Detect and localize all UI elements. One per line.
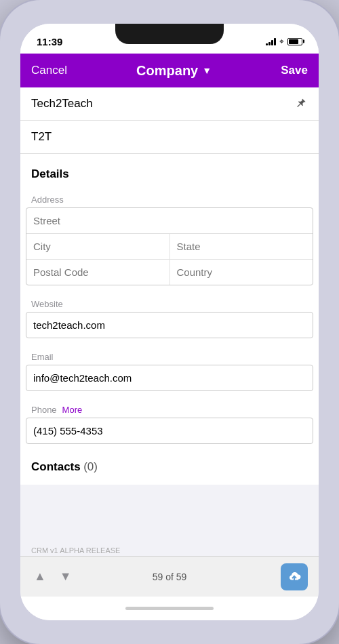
- email-label: Email: [20, 344, 319, 365]
- city-input[interactable]: [26, 234, 170, 259]
- screen: 11:39 ⌖ Cancel Company ▼ Save: [20, 24, 319, 620]
- nav-title-wrap: Company ▼: [136, 63, 212, 79]
- phone-shell: 11:39 ⌖ Cancel Company ▼ Save: [0, 0, 339, 644]
- address-label: Address: [20, 186, 319, 207]
- version-text: CRM v1 ALPHA RELEASE: [31, 546, 120, 555]
- battery-icon: [287, 38, 302, 45]
- sync-button[interactable]: [281, 563, 308, 590]
- next-button[interactable]: ▼: [57, 567, 75, 586]
- wifi-icon: ⌖: [279, 37, 284, 46]
- phone-inner: [26, 418, 313, 444]
- home-indicator: [20, 597, 319, 620]
- status-icons: ⌖: [266, 37, 302, 46]
- website-input[interactable]: [26, 313, 313, 338]
- battery-fill: [289, 39, 298, 44]
- company-name-input[interactable]: [31, 87, 294, 120]
- chevron-down-icon[interactable]: ▼: [202, 65, 212, 76]
- nav-arrows: ▲ ▼: [31, 567, 75, 586]
- notch: [115, 24, 224, 44]
- navigation-bar: Cancel Company ▼ Save: [20, 54, 319, 87]
- street-input[interactable]: [26, 208, 313, 233]
- more-link[interactable]: More: [62, 405, 83, 415]
- email-input[interactable]: [26, 365, 313, 390]
- phone-label: Phone: [31, 405, 57, 415]
- abbreviation-row: [20, 121, 319, 154]
- save-button[interactable]: Save: [281, 64, 308, 77]
- postal-input[interactable]: [26, 260, 170, 285]
- spacer: [20, 485, 319, 539]
- contacts-count: (0): [83, 460, 98, 473]
- company-name-row: 🖈: [20, 87, 319, 121]
- website-block: [20, 312, 319, 344]
- signal-icon: [266, 37, 276, 45]
- address-block: [20, 207, 319, 291]
- prev-button[interactable]: ▲: [31, 567, 49, 586]
- home-bar: [125, 607, 214, 610]
- street-row: [26, 208, 313, 234]
- status-time: 11:39: [37, 36, 62, 47]
- cancel-button[interactable]: Cancel: [31, 64, 67, 77]
- details-section: Details Address: [20, 154, 319, 539]
- website-label: Website: [20, 291, 319, 312]
- record-count: 59 of 59: [153, 571, 187, 582]
- email-block: [20, 365, 319, 397]
- state-input[interactable]: [170, 234, 313, 259]
- abbreviation-input[interactable]: [31, 121, 308, 153]
- country-input[interactable]: [170, 260, 313, 285]
- phone-block: [20, 418, 319, 449]
- website-inner: [26, 312, 313, 338]
- cloud-upload-icon: [287, 571, 302, 583]
- phone-label-row: Phone More: [20, 397, 319, 418]
- contacts-label: Contacts: [31, 460, 81, 473]
- postal-country-row: [26, 260, 313, 285]
- city-state-row: [26, 234, 313, 260]
- email-inner: [26, 365, 313, 391]
- phone-input[interactable]: [26, 418, 313, 443]
- content-area: 🖈 Details Address: [20, 87, 319, 556]
- bottom-toolbar: ▲ ▼ 59 of 59 CRM v1 ALPHA RELEASE: [20, 556, 319, 597]
- details-label: Details: [20, 154, 319, 186]
- contacts-section: Contacts (0): [20, 449, 319, 485]
- address-inner: [26, 207, 313, 285]
- nav-title: Company: [136, 63, 198, 79]
